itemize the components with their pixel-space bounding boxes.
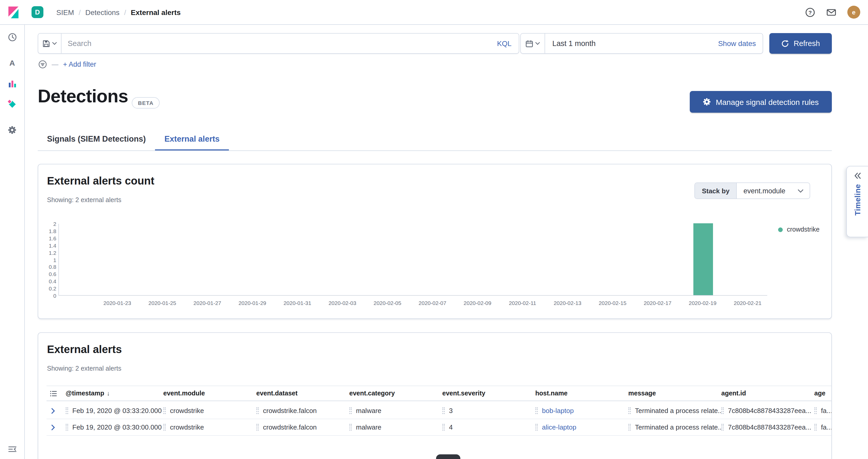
drag-handle[interactable] (814, 407, 817, 414)
table-cell[interactable]: Feb 19, 2020 @ 03:30:00.000 (66, 423, 163, 431)
y-axis-label: 0 (53, 293, 56, 299)
drag-handle[interactable] (256, 407, 259, 414)
table-cell[interactable]: Terminated a process relate... (628, 407, 721, 415)
management-gear-icon[interactable] (4, 121, 21, 138)
user-avatar[interactable]: e (847, 6, 860, 19)
breadcrumb-separator: / (124, 8, 126, 16)
tab-signals-siem-detections-[interactable]: Signals (SIEM Detections) (38, 129, 155, 150)
table-cell[interactable]: crowdstrike.falcon (256, 407, 349, 415)
kibana-logo[interactable] (7, 5, 20, 19)
external-alerts-table-panel: External alerts Showing: 2 external aler… (38, 332, 832, 459)
alerts-count-chart: 21.81.61.41.210.80.60.40.20 2020-01-2320… (46, 224, 824, 309)
y-axis-label: 1.8 (49, 228, 56, 234)
y-axis-label: 2 (53, 221, 56, 227)
column-header[interactable]: agent.id (721, 390, 814, 397)
tab-external-alerts[interactable]: External alerts (155, 129, 229, 150)
chart-legend: crowdstrike (778, 226, 819, 233)
table-cell[interactable]: fa... (814, 423, 831, 431)
manage-signal-detection-rules-button[interactable]: Manage signal detection rules (690, 91, 832, 113)
cell-value: Feb 19, 2020 @ 03:33:20.000 (72, 407, 162, 415)
column-header[interactable]: @timestamp↓ (66, 390, 163, 397)
column-header[interactable]: event.module (163, 390, 256, 397)
column-header[interactable]: host.name (535, 390, 628, 397)
chevron-down-icon (52, 42, 57, 45)
y-axis-label: 1.6 (49, 235, 56, 241)
drag-handle[interactable] (535, 424, 538, 431)
siem-app-icon[interactable] (4, 96, 21, 112)
show-dates-button[interactable]: Show dates (711, 39, 763, 48)
column-header[interactable]: event.dataset (256, 390, 349, 397)
stack-by-select[interactable]: event.module (737, 183, 810, 198)
drag-handle[interactable] (349, 407, 352, 414)
host-link[interactable]: alice-laptop (542, 423, 576, 431)
table-cell[interactable]: 7c808b4c8878433287eea... (721, 423, 814, 431)
drag-handle[interactable] (442, 424, 445, 431)
table-cell[interactable]: 7c808b4c8878433287eea... (721, 407, 814, 415)
table-cell[interactable]: crowdstrike (163, 407, 256, 415)
expand-row-button[interactable] (46, 424, 66, 430)
top-header: D SIEM/Detections/External alerts ? e (0, 0, 868, 25)
time-range-value[interactable]: Last 1 month (545, 39, 711, 48)
column-header[interactable]: event.category (349, 390, 442, 397)
drag-handle[interactable] (66, 407, 68, 414)
x-axis-label: 2020-02-07 (418, 300, 446, 306)
quick-select-calendar-button[interactable] (521, 34, 545, 53)
drag-handle[interactable] (163, 424, 166, 431)
x-axis-label: 2020-02-17 (644, 300, 672, 306)
drag-handle[interactable] (256, 424, 259, 431)
table-cell[interactable]: crowdstrike (163, 423, 256, 431)
date-picker: Last 1 month Show dates (520, 33, 763, 54)
table-cell[interactable]: 4 (442, 423, 535, 431)
expand-row-button[interactable] (46, 407, 66, 414)
table-row: Feb 19, 2020 @ 03:33:20.000crowdstrikecr… (46, 403, 831, 419)
filter-options-icon[interactable] (38, 60, 47, 68)
table-cell[interactable]: alice-laptop (535, 423, 628, 431)
tabs: Signals (SIEM Detections)External alerts (38, 129, 832, 151)
kql-language-button[interactable]: KQL (490, 39, 519, 48)
search-input[interactable] (61, 39, 490, 48)
recently-viewed-icon[interactable] (4, 29, 21, 45)
space-switcher-badge[interactable]: D (32, 6, 43, 18)
drag-handle[interactable] (814, 424, 817, 431)
drag-handle[interactable] (628, 407, 631, 414)
drag-handle[interactable] (66, 424, 68, 431)
drag-handle[interactable] (442, 407, 445, 414)
breadcrumb-item[interactable]: Detections (85, 8, 119, 16)
saved-query-menu-button[interactable] (38, 34, 61, 53)
drag-handle[interactable] (163, 407, 166, 414)
legend-label[interactable]: crowdstrike (787, 226, 819, 233)
column-header[interactable]: age (814, 390, 831, 397)
sidebar-item-app-a[interactable]: A (4, 54, 21, 71)
breadcrumb-item[interactable]: SIEM (56, 8, 74, 16)
refresh-button[interactable]: Refresh (769, 33, 832, 54)
drag-handle[interactable] (721, 424, 724, 431)
cell-value: malware (356, 407, 381, 415)
double-chevron-left-icon (854, 173, 861, 179)
drag-handle[interactable] (628, 424, 631, 431)
cell-value: fa... (821, 423, 831, 431)
table-cell[interactable]: bob-laptop (535, 407, 628, 415)
x-axis-label: 2020-01-23 (103, 300, 131, 306)
column-header[interactable]: event.severity (442, 390, 535, 397)
table-cell[interactable]: malware (349, 423, 442, 431)
table-cell[interactable]: Terminated a process relate... (628, 423, 721, 431)
table-cell[interactable]: Feb 19, 2020 @ 03:33:20.000 (66, 407, 163, 415)
newsfeed-icon[interactable] (826, 7, 836, 17)
bar-crowdstrike[interactable] (693, 223, 713, 295)
table-cell[interactable]: 3 (442, 407, 535, 415)
column-header[interactable]: message (628, 390, 721, 397)
analytics-icon[interactable] (4, 75, 21, 92)
table-cell[interactable]: malware (349, 407, 442, 415)
fields-browser-button[interactable] (46, 390, 66, 397)
breadcrumb-item: External alerts (131, 8, 181, 16)
drag-handle[interactable] (721, 407, 724, 414)
add-filter-button[interactable]: + Add filter (63, 60, 96, 68)
collapse-nav-icon[interactable] (4, 441, 21, 457)
table-cell[interactable]: crowdstrike.falcon (256, 423, 349, 431)
drag-handle[interactable] (349, 424, 352, 431)
host-link[interactable]: bob-laptop (542, 407, 574, 415)
table-cell[interactable]: fa... (814, 407, 831, 415)
drag-handle[interactable] (535, 407, 538, 414)
help-icon[interactable]: ? (805, 7, 815, 17)
timeline-toggle-button[interactable]: Timeline (846, 166, 868, 237)
